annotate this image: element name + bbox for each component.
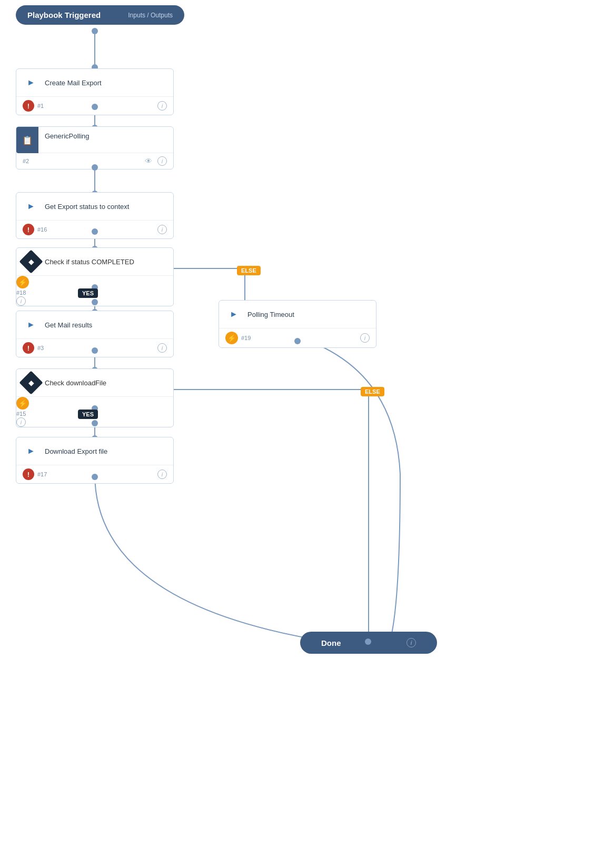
diamond-icon: ◆ xyxy=(19,250,43,273)
lightning-icon: ⚡ xyxy=(16,276,29,288)
warning-icon: ! xyxy=(23,468,34,480)
eye-icon[interactable]: 👁 xyxy=(145,157,152,165)
step-title: Download Export file xyxy=(45,447,107,455)
yes-branch-label-2: YES xyxy=(78,410,98,419)
step-num: #15 xyxy=(16,411,26,417)
lightning-icon: ⚡ xyxy=(225,332,238,344)
step-num: #1 xyxy=(37,103,44,109)
step-num: #3 xyxy=(37,345,44,351)
connector-dot xyxy=(92,164,98,171)
connector-dot xyxy=(92,104,98,110)
connector-dot xyxy=(92,420,98,426)
action-icon: ► xyxy=(225,306,242,323)
yes-branch-label: YES xyxy=(78,288,98,298)
warning-icon: ! xyxy=(23,342,34,354)
info-icon[interactable]: i xyxy=(157,101,167,111)
diamond-icon: ◆ xyxy=(19,371,43,394)
step-num: #18 xyxy=(16,290,26,296)
connector-dot xyxy=(92,28,98,34)
step-title: GenericPolling xyxy=(45,132,90,140)
connector-dot xyxy=(294,338,301,344)
trigger-title: Playbook Triggered xyxy=(27,11,101,19)
connector-dot xyxy=(92,228,98,235)
step-title: Create Mail Export xyxy=(45,79,102,87)
info-icon[interactable]: i xyxy=(16,417,26,427)
step-title: Check downloadFile xyxy=(45,379,106,387)
warning-icon: ! xyxy=(23,224,34,235)
action-icon: ► xyxy=(23,316,39,333)
info-icon[interactable]: i xyxy=(157,470,167,479)
info-icon[interactable]: i xyxy=(157,225,167,234)
done-label: Done xyxy=(321,638,341,647)
info-icon[interactable]: i xyxy=(16,296,26,306)
else-branch-label: ELSE xyxy=(237,266,261,275)
step-num: #16 xyxy=(37,226,47,233)
else-branch-label-2: ELSE xyxy=(361,387,384,396)
step-num: #2 xyxy=(23,158,29,164)
info-icon[interactable]: i xyxy=(406,638,416,647)
step-title: Polling Timeout xyxy=(247,311,294,318)
action-icon: ► xyxy=(23,74,39,91)
io-link[interactable]: Inputs / Outputs xyxy=(128,12,173,19)
lightning-icon: ⚡ xyxy=(16,397,29,410)
connector-dot xyxy=(92,474,98,480)
step-title: Get Mail results xyxy=(45,321,92,329)
step-num: #19 xyxy=(241,335,251,341)
step-generic-polling[interactable]: 📋 GenericPolling #2 👁 i xyxy=(16,126,174,169)
connector-dot xyxy=(92,299,98,305)
info-icon[interactable]: i xyxy=(157,156,167,166)
info-icon[interactable]: i xyxy=(157,343,167,353)
step-title: Get Export status to context xyxy=(45,203,129,211)
warning-icon: ! xyxy=(23,100,34,112)
info-icon[interactable]: i xyxy=(360,333,370,343)
polling-bg-icon: 📋 xyxy=(16,127,38,153)
playbook-canvas: Playbook Triggered Inputs / Outputs ► Cr… xyxy=(0,0,595,868)
trigger-node: Playbook Triggered Inputs / Outputs xyxy=(16,5,184,25)
action-icon: ► xyxy=(23,198,39,215)
connector-dot xyxy=(92,347,98,354)
connector-dot xyxy=(365,638,371,645)
step-num: #17 xyxy=(37,471,47,477)
step-title: Check if status COMPLETED xyxy=(45,258,134,266)
action-icon: ► xyxy=(23,443,39,460)
